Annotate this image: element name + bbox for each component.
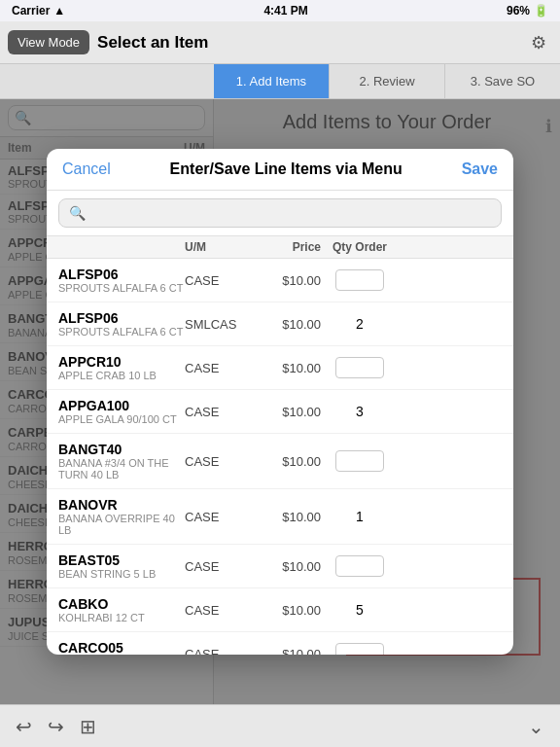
main-layout: Item U/M ALFSP06 CASE SPROUTS ALFALFA 6 …	[0, 99, 560, 704]
step-review[interactable]: 2. Review	[330, 64, 445, 98]
modal-table-row[interactable]: APPGA100 APPLE GALA 90/100 CT CASE $10.0…	[47, 390, 513, 434]
modal-table-row[interactable]: BANOVR BANANA OVERRIPE 40 LB CASE $10.00…	[47, 489, 513, 545]
qty-input[interactable]	[335, 269, 384, 291]
battery-icon: 🔋	[534, 4, 548, 18]
time-label: 4:41 PM	[263, 4, 307, 18]
modal-save-button[interactable]: Save	[462, 160, 498, 178]
step-save-so[interactable]: 3. Save SO	[445, 64, 560, 98]
step-add-items[interactable]: 1. Add Items	[214, 64, 330, 98]
bottom-left-actions: ↩ ↪ ⊞	[16, 715, 96, 738]
modal-search-container	[47, 191, 513, 236]
modal-table-row[interactable]: CABKO KOHLRABI 12 CT CASE $10.00 5	[47, 588, 513, 632]
modal-cancel-button[interactable]: Cancel	[62, 160, 111, 178]
modal-table-row[interactable]: ALFSP06 SPROUTS ALFALFA 6 CT SMLCAS $10.…	[47, 302, 513, 346]
status-bar-left: Carrier ▲	[12, 4, 65, 18]
modal-overlay: Cancel Enter/Save Line Items via Menu Sa…	[0, 99, 560, 704]
steps-bar: 1. Add Items 2. Review 3. Save SO	[214, 64, 560, 99]
col-code-header	[58, 240, 185, 254]
modal-table-row[interactable]: CARCO05 CARROT COINS 5 LB CASE $10.00	[47, 632, 513, 655]
battery-label: 96%	[507, 4, 530, 18]
copy-icon[interactable]: ⊞	[80, 715, 96, 738]
col-price-header: Price	[253, 240, 321, 254]
qty-input[interactable]	[335, 643, 384, 655]
undo-icon[interactable]: ↩	[16, 715, 32, 738]
qty-value: 3	[335, 404, 384, 419]
modal-header: Cancel Enter/Save Line Items via Menu Sa…	[47, 149, 513, 191]
qty-value: 5	[335, 602, 384, 618]
modal-title: Enter/Save Line Items via Menu	[111, 160, 462, 178]
carrier-label: Carrier	[12, 4, 50, 18]
nav-title: Select an Item	[97, 33, 517, 53]
qty-input[interactable]	[335, 450, 384, 472]
settings-icon[interactable]: ⚙	[525, 29, 552, 56]
modal-table-row[interactable]: BANGT40 BANANA #3/4 ON THE TURN 40 LB CA…	[47, 434, 513, 489]
qty-value: 2	[335, 316, 384, 332]
modal-search-input[interactable]	[58, 198, 502, 228]
status-bar-right: 96% 🔋	[507, 4, 548, 18]
modal-list: ALFSP06 SPROUTS ALFALFA 6 CT CASE $10.00…	[47, 259, 513, 655]
top-nav: View Mode Select an Item ⚙ 1. Add Items …	[0, 21, 560, 64]
modal-table-header: U/M Price Qty Order	[47, 236, 513, 259]
modal-table-row[interactable]: BEAST05 BEAN STRING 5 LB CASE $10.00	[47, 545, 513, 588]
chevron-down-icon[interactable]: ⌄	[528, 715, 544, 738]
qty-input[interactable]	[335, 555, 384, 577]
modal: Cancel Enter/Save Line Items via Menu Sa…	[47, 149, 513, 655]
modal-table-row[interactable]: ALFSP06 SPROUTS ALFALFA 6 CT CASE $10.00	[47, 259, 513, 302]
view-mode-button[interactable]: View Mode	[8, 30, 89, 54]
bottom-bar: ↩ ↪ ⊞ ⌄	[0, 704, 560, 747]
qty-input[interactable]	[335, 357, 384, 378]
col-qty-header: Qty Order	[321, 240, 399, 254]
wifi-icon: ▲	[53, 4, 65, 18]
qty-value: 1	[335, 509, 384, 524]
col-um-header: U/M	[185, 240, 253, 254]
status-bar: Carrier ▲ 4:41 PM 96% 🔋	[0, 0, 560, 21]
redo-icon[interactable]: ↪	[48, 715, 64, 738]
modal-table-row[interactable]: APPCR10 APPLE CRAB 10 LB CASE $10.00	[47, 346, 513, 390]
